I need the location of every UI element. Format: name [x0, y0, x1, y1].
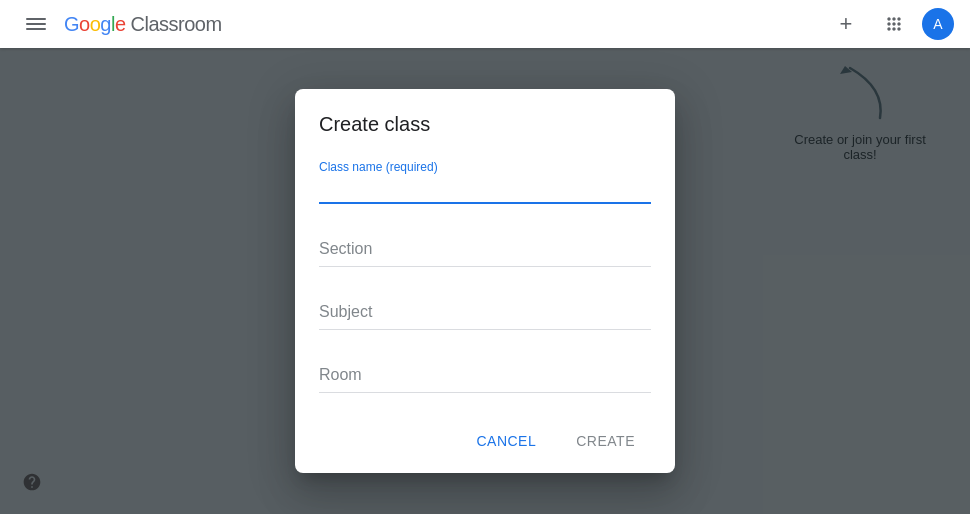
modal-actions: Cancel Create [319, 417, 651, 457]
section-input[interactable] [319, 224, 651, 267]
top-bar: Google Classroom + A [0, 0, 970, 48]
google-classroom-logo: Google Classroom [64, 13, 222, 36]
subject-input[interactable] [319, 287, 651, 330]
create-button[interactable]: Create [560, 425, 651, 457]
room-input[interactable] [319, 350, 651, 393]
logo-area: Google Classroom [64, 13, 222, 36]
add-icon: + [840, 11, 853, 37]
modal-overlay: Create class Class name (required) Secti… [0, 48, 970, 514]
apps-button[interactable] [874, 4, 914, 44]
user-avatar-button[interactable]: A [922, 8, 954, 40]
room-field: Room [319, 350, 651, 393]
top-bar-right: + A [826, 4, 954, 44]
hamburger-icon [24, 12, 48, 36]
section-field: Section [319, 224, 651, 267]
class-name-input[interactable] [319, 160, 651, 204]
cancel-button[interactable]: Cancel [460, 425, 552, 457]
create-class-modal: Create class Class name (required) Secti… [295, 89, 675, 473]
apps-icon [884, 14, 904, 34]
hamburger-menu-button[interactable] [16, 4, 56, 44]
modal-title: Create class [319, 113, 651, 136]
add-button[interactable]: + [826, 4, 866, 44]
top-bar-left: Google Classroom [16, 4, 826, 44]
subject-field: Subject [319, 287, 651, 330]
main-content: Create or join your first class! Don't s… [0, 48, 970, 514]
class-name-field: Class name (required) [319, 160, 651, 204]
avatar-label: A [933, 16, 942, 32]
